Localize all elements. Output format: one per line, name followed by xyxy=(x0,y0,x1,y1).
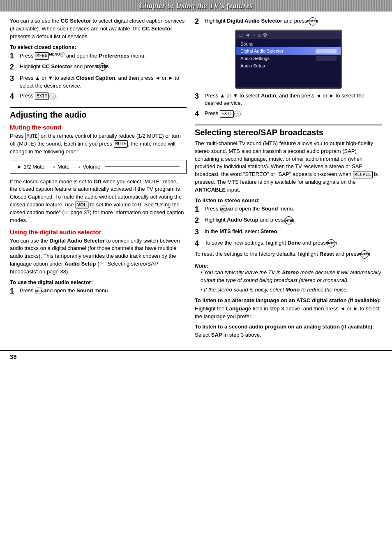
stereo-step-3: 3 In the MTS field, select Stereo. xyxy=(195,228,382,237)
second-audio-heading: To listen to a second audio program on a… xyxy=(195,324,382,330)
enter-key-reset: ENTER xyxy=(360,250,369,259)
tv-icon-settings: ✿ xyxy=(263,32,267,38)
mute-key2: MUTE xyxy=(114,140,128,148)
note-label: Note: xyxy=(195,263,382,269)
closed-captions-heading: To select closed captions: xyxy=(10,44,187,50)
tv-sound-label: Sound xyxy=(236,41,341,47)
exit-key: EXIT xyxy=(35,92,49,100)
tv-icon-speaker: ◄ xyxy=(245,32,250,38)
digital-audio-para: You can use the Digital Audio Selector t… xyxy=(10,237,187,276)
mute-flow-diagram: ► 1/2 Mute ⟶ Mute ⟶ Volume xyxy=(10,160,187,174)
enter-key: ENTER xyxy=(99,63,106,71)
right-digital-steps: 2 Highlight Digital Audio Selector and p… xyxy=(195,17,382,26)
stereo-steps-list: 1 Press MENU and open the Sound menu. 2 … xyxy=(195,205,382,248)
stereo-step-2: 2 Highlight Audio Setup and press ENTER. xyxy=(195,216,382,225)
right-digital-step-3: 3 Press ▲ or ▼ to select Audio, and then… xyxy=(195,92,382,108)
menu-key-circ: MENU xyxy=(35,287,42,294)
muting-para1: Press MUTE on the remote control to part… xyxy=(10,132,187,156)
digital-step-1: 1 Press MENU and open the Sound menu. xyxy=(10,287,187,296)
use-digital-heading: To use the digital audio selector: xyxy=(10,279,187,285)
menu-key: MENU xyxy=(35,52,49,60)
alt-language-para: Highlight the Language field in step 3 a… xyxy=(195,305,382,321)
muting-sound-heading: Muting the sound xyxy=(10,124,187,131)
enter-key-s4: ENTER xyxy=(327,239,335,247)
cc-step-3: 3 Press ▲ or ▼ to select Closed Caption,… xyxy=(10,74,187,90)
stereo-sap-heading: Selecting stereo/SAP broadcasts xyxy=(195,125,382,137)
exit-key-right: EXIT xyxy=(220,110,234,118)
alt-language-heading: To listen to an alternate language on an… xyxy=(195,297,382,303)
tv-menu-screenshot: □ ◄ ≡ ⌂ ✿ Sound Digital Audio Selector ▓… xyxy=(235,30,342,89)
digital-audio-heading: Using the digital audio selector xyxy=(10,229,187,236)
right-digital-step-4: 4 Press EXIT○. xyxy=(195,110,382,119)
left-column: You can also use the CC Selector to sele… xyxy=(10,17,187,342)
cc-intro-para: You can also use the CC Selector to sele… xyxy=(10,17,187,41)
tv-menu-body: Sound Digital Audio Selector ▓▓▓▓▓▓▓ Aud… xyxy=(236,39,341,88)
mute-key: MUTE xyxy=(25,133,39,140)
cc-steps-list: 1 Press MENUMENU○ and open the Preferenc… xyxy=(10,52,187,101)
digital-steps-list: 1 Press MENU and open the Sound menu. xyxy=(10,287,187,296)
cc-step-2: 2 Highlight CC Selector and press ENTER. xyxy=(10,63,187,72)
stereo-step-1: 1 Press MENU and open the Sound menu. xyxy=(195,205,382,214)
tv-menu-item-digital-audio: Digital Audio Selector ▓▓▓▓▓▓▓ xyxy=(236,47,341,55)
cc-step-4: 4 Press EXIT○. xyxy=(10,92,187,101)
tv-top-bar: □ ◄ ≡ ⌂ ✿ xyxy=(236,31,341,39)
cc-step-1: 1 Press MENUMENU○ and open the Preferenc… xyxy=(10,52,187,61)
stereo-sap-para: The multi-channel TV sound (MTS) feature… xyxy=(195,140,382,194)
tv-menu-item-audio-settings: Audio Settings ▒▒▒▒▒▒▒ xyxy=(236,55,341,62)
enter-key-s2: ENTER xyxy=(285,216,293,224)
right-digital-step-2: 2 Highlight Digital Audio Selector and p… xyxy=(195,17,382,26)
tv-icon-square: □ xyxy=(240,32,242,38)
note-item-1: • You can typically leave the TV in Ster… xyxy=(201,269,382,284)
tv-menu-item-audio-setup: Audio Setup xyxy=(236,62,341,69)
page-number: 38 xyxy=(10,353,17,360)
enter-key-right: ENTER xyxy=(309,17,317,25)
menu-key-s1: MENU xyxy=(220,205,227,213)
adjusting-audio-heading: Adjusting the audio xyxy=(10,107,187,120)
muting-para2: If the closed caption mode is set to Off… xyxy=(10,178,187,224)
right-column: 2 Highlight Digital Audio Selector and p… xyxy=(195,17,382,342)
chapter-header: Chapter 6: Using the TV's features xyxy=(0,0,392,12)
listen-stereo-heading: To listen to stereo sound: xyxy=(195,197,382,204)
stereo-step-4: 4 To save the new settings, highlight Do… xyxy=(195,239,382,248)
reset-text: To reset the settings to the factory def… xyxy=(195,250,382,259)
note-item-2: • If the stereo sound is noisy, select M… xyxy=(201,286,382,294)
right-digital-steps-34: 3 Press ▲ or ▼ to select Audio, and then… xyxy=(195,92,382,119)
vol-key: VOL xyxy=(75,201,89,209)
tv-icon-home: ⌂ xyxy=(258,32,261,38)
chapter-title: Chapter 6: Using the TV's features xyxy=(139,2,253,10)
second-audio-para: Select SAP in step 3 above. xyxy=(195,331,382,339)
recall-key: RECALL xyxy=(353,171,373,178)
page-footer: 38 xyxy=(0,350,392,363)
tv-icon-menu: ≡ xyxy=(252,32,255,38)
